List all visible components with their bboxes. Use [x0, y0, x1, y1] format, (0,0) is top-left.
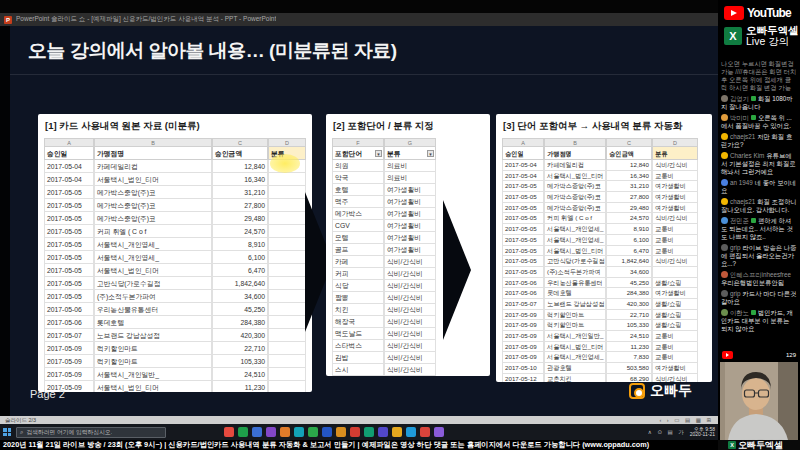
channel-subtitle: Live 강의: [746, 36, 799, 47]
avatar: [721, 271, 728, 278]
chat-username: chaejs21: [730, 198, 755, 205]
chat-username: 인혜스프리inheesfree: [730, 271, 791, 278]
table-row: 2017-05-09서울택시_법인_티머11,230: [44, 381, 306, 392]
oppadu-logo-text: 오빠두: [650, 382, 692, 400]
channel-header[interactable]: X 오빠두엑셀 Live 강의: [718, 20, 800, 47]
chat-username: chaejs21: [730, 133, 755, 140]
taskbar-app-icon[interactable]: [308, 427, 318, 437]
excel-icon: X: [724, 27, 742, 45]
youtube-logo[interactable]: YouTube: [718, 0, 800, 20]
youtube-play-icon: [724, 6, 744, 20]
slide-title: 오늘 강의에서 알아볼 내용… (미분류된 자료): [28, 38, 708, 64]
view-mode-icons[interactable]: ‹ › ▭ ▤ ▦ ⊞: [659, 417, 713, 423]
table-row: 2017-05-05서울택시_법인_티머6,470: [44, 264, 306, 277]
chat-username: 김영기: [730, 95, 749, 102]
avatar: [721, 95, 728, 102]
table-row: 2017-05-05(주)소적두본가파여34,600: [44, 290, 306, 303]
slide-letterbox: [0, 26, 10, 416]
taskbar-clock[interactable]: 오후 9:58 2020-11-21: [690, 427, 715, 438]
taskbar-app-icon[interactable]: [252, 427, 262, 437]
section-2-title: [2] 포함단어 / 분류 지정: [333, 120, 484, 133]
avatar: [721, 133, 728, 140]
taskbar-app-icon[interactable]: [294, 427, 304, 437]
table-row: 2017-05-05메가박스중앙(주)코27,800: [44, 199, 306, 212]
table-row: 의원의료비: [332, 160, 436, 172]
avatar: [721, 198, 728, 205]
table-row: 골프여가생활비: [332, 244, 436, 256]
chat-message: Charles Kim유튜브에서 기본설정은 최저 화질로 해놔서 그런거예요: [721, 152, 797, 176]
clock-date: 2020-11-21: [690, 431, 715, 437]
page-label: Page 2: [30, 388, 65, 400]
windows-logo-icon: [3, 428, 11, 436]
taskbar-app-icon[interactable]: [406, 427, 416, 437]
viewer-count-row: 129: [718, 349, 800, 360]
column-letters: ABCD: [502, 138, 698, 147]
table-header-row: 승인일가맹점명승인금액분류: [502, 147, 698, 160]
table-row: 2017-05-05서울택시_개인영세_6,100교통비: [502, 235, 698, 246]
live-chat[interactable]: 나오면 누르시면 화질변경 가능 ////휴대폰은 화면 터치 후 오른쪽 위에…: [718, 58, 800, 348]
table-row: 카페식비/간식비: [332, 256, 436, 268]
table-row: 2017-05-09서울택시_법인_티머11,230교통비: [502, 342, 698, 353]
table-row: 2017-05-07노브랜드 강남삼성점420,300생활/쇼핑: [502, 299, 698, 310]
filter-dropdown-icon[interactable]: ▾: [375, 150, 382, 157]
taskbar-app-icon[interactable]: [392, 427, 402, 437]
avatar: [721, 114, 728, 121]
stream-info-banner: 2020년 11월 21일 라이브 방송 / 23회 (오후 9시~) | 신용…: [0, 440, 800, 450]
taskbar-app-icon[interactable]: [266, 427, 276, 437]
table-row: 2017-05-06우리농산물유통센터45,250: [44, 303, 306, 316]
chat-message: grip라이브 방송은 나중에 편집되서 올라오는건가요...?: [721, 244, 797, 268]
taskbar-app-icon[interactable]: [322, 427, 332, 437]
excel-icon: X: [728, 441, 736, 449]
column-letters: ABCD: [44, 138, 306, 147]
taskbar-app-icon[interactable]: [238, 427, 248, 437]
avatar: [721, 217, 728, 224]
taskbar-app-icon[interactable]: [378, 427, 388, 437]
member-badge-icon: [751, 96, 756, 101]
table-keyword-mapping: FG포함단어▾분류▾의원의료비약국의료비호텔여가생활비맥주여가생활비메가박스여가…: [332, 138, 436, 376]
taskbar-app-icon[interactable]: [434, 427, 444, 437]
table-row: 스시식비/간식비: [332, 364, 436, 376]
watermark-text: 오빠두엑셀: [738, 439, 783, 450]
channel-watermark: X 오빠두엑셀: [718, 440, 800, 450]
taskbar-app-icon[interactable]: [224, 427, 234, 437]
table-row: 2017-05-09서울택시_개인일반_24,510교통비: [502, 331, 698, 342]
chat-message: 김영기화질 1080까지 잘나옵니다: [721, 95, 797, 111]
viewer-count: 129: [786, 352, 796, 358]
table-row: 2017-05-09럭키할인마트105,330생활/쇼핑: [502, 320, 698, 331]
table-row: 2017-05-09럭키할인마트22,710생활/쇼핑: [502, 310, 698, 321]
youtube-live-icon: [722, 351, 733, 359]
table-row: 2017-05-04카페데일리컵12,840: [44, 160, 306, 173]
stream-info-text: 2020년 11월 21일 라이브 방송 / 23회 (오후 9시~) | 신용…: [0, 440, 649, 450]
title-divider: [10, 74, 718, 75]
system-tray[interactable]: ∧ ⊙ ▤ 가 오후 9:58 2020-11-21: [648, 424, 715, 440]
taskbar-app-icon[interactable]: [350, 427, 360, 437]
chat-username: an 1949: [730, 179, 753, 186]
taskbar-search-input[interactable]: ⌕ 검색하려면 여기에 입력하십시오.: [16, 427, 166, 438]
section-1-title: [1] 카드 사용내역 원본 자료 (미분류): [45, 120, 306, 133]
chat-message: 박미미오른쪽 위 ...에서 품질바꿀 수 있어요.: [721, 114, 797, 130]
table-row: 2017-05-05서울택시_법인_티머6,470교통비: [502, 246, 698, 257]
start-button[interactable]: [0, 424, 14, 440]
taskbar-app-icon[interactable]: [420, 427, 430, 437]
chat-username: grip: [730, 244, 741, 251]
filter-dropdown-icon[interactable]: ▾: [427, 150, 434, 157]
taskbar-app-icons: [224, 427, 444, 437]
table-row: 2017-05-05고반식당(가로수길점1,842,640식비/간식비: [502, 256, 698, 267]
taskbar-app-icon[interactable]: [280, 427, 290, 437]
table-row: 2017-05-05메가박스중앙(주)코31,210여가생활비: [502, 181, 698, 192]
table-row: 모텔여가생활비: [332, 232, 436, 244]
section-3-panel: [3] 단어 포함여부 → 사용내역 분류 자동화 ABCD승인일가맹점명승인금…: [496, 114, 712, 382]
avatar: [721, 309, 728, 316]
table-row: 2017-05-05메가박스중앙(주)코29,480: [44, 212, 306, 225]
avatar: [721, 179, 728, 186]
taskbar-app-icon[interactable]: [364, 427, 374, 437]
chat-message: chaejs21화질 조정하니 잘나오네요. 감사합니다.: [721, 198, 797, 214]
taskbar-app-icon[interactable]: [336, 427, 346, 437]
chat-message: an 1949네 좋아 보이네요: [721, 179, 797, 195]
search-icon: ⌕: [20, 429, 23, 436]
highlight-ellipse: [270, 154, 300, 173]
table-row: 2017-05-09럭키할인마트105,330: [44, 355, 306, 368]
table-row: 2017-05-05커피 휘엘 ( C o f24,570: [44, 225, 306, 238]
member-badge-icon: [751, 218, 756, 223]
chat-message: grip카드사 마다 다른것같아요: [721, 290, 797, 306]
